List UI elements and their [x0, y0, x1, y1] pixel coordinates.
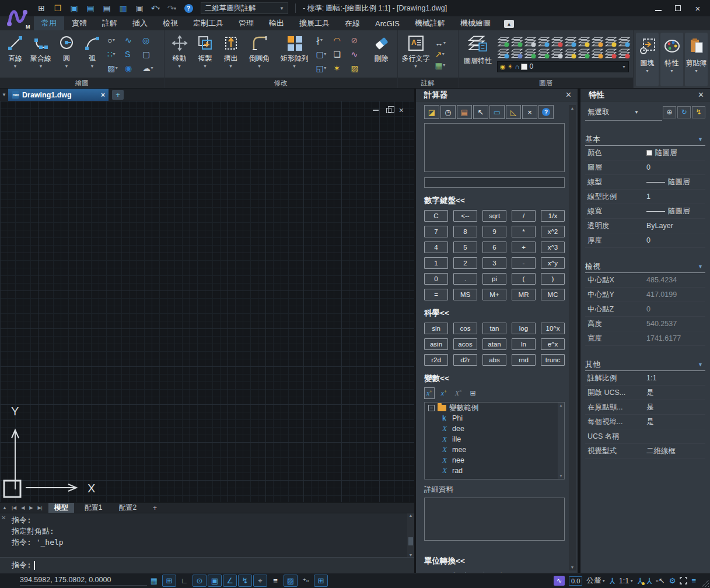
- ribbon-tab-10[interactable]: ArcGIS: [368, 16, 407, 30]
- first-layout-button[interactable]: |◀: [9, 505, 19, 510]
- dynamic-ucs-toggle[interactable]: ↯: [238, 575, 252, 587]
- calc-key-sqrt[interactable]: sqrt: [482, 210, 506, 222]
- blend-button[interactable]: ∿: [351, 47, 369, 61]
- close-button[interactable]: ×: [694, 4, 702, 12]
- command-input[interactable]: 指令:: [0, 557, 414, 573]
- model-space-icon[interactable]: ∿: [554, 576, 565, 586]
- ribbon-tab-9[interactable]: 在線: [337, 16, 368, 30]
- ribbon-tab-8[interactable]: 擴展工具: [292, 16, 337, 30]
- panel-label[interactable]: 繪圖: [0, 78, 164, 88]
- layer-tool-1-6[interactable]: [578, 36, 590, 48]
- layer-tool-2-6[interactable]: [578, 48, 590, 60]
- erase-button[interactable]: 刪除: [369, 32, 394, 76]
- layer-dropdown[interactable]: ◉ ☀ ∩ 0 ▼: [497, 61, 629, 72]
- draworder-button[interactable]: ◱▼: [316, 61, 334, 75]
- circle-button[interactable]: 圓 ▼: [54, 32, 79, 76]
- explode-button[interactable]: ✶: [334, 61, 351, 75]
- variable-item-vee[interactable]: Xvee: [425, 476, 564, 480]
- new-document-tab-button[interactable]: +: [112, 90, 124, 100]
- paste-to-commandline-button[interactable]: ▤: [457, 105, 472, 119]
- property-row[interactable]: 高度540.2537: [585, 317, 705, 331]
- tree-scrollbar[interactable]: ▲▼: [558, 402, 564, 479]
- spline-s-button[interactable]: S: [125, 47, 142, 61]
- delete-duplicate-button[interactable]: ⊘: [351, 33, 369, 47]
- point-button[interactable]: ∷▼: [107, 47, 125, 61]
- sci-key-r2d[interactable]: r2d: [424, 354, 448, 366]
- calculator-input-button[interactable]: ⊞: [468, 388, 478, 398]
- property-row[interactable]: 註解比例1:1: [585, 371, 705, 386]
- snap-mode-toggle[interactable]: ⊞: [162, 575, 176, 587]
- layout-tab-0[interactable]: 模型: [48, 503, 74, 513]
- chevron-down-icon[interactable]: ▼: [634, 110, 639, 115]
- donut-button[interactable]: ◉: [125, 61, 142, 75]
- expand-tabs-button[interactable]: ▲: [0, 505, 9, 510]
- property-row[interactable]: 開啟 UCS...是: [585, 386, 705, 400]
- layer-tool-1-0[interactable]: [497, 36, 510, 48]
- dimension-button[interactable]: ↔▼: [435, 39, 447, 47]
- layout-tab-3[interactable]: +: [147, 503, 163, 513]
- calc-key-_[interactable]: +: [512, 242, 536, 253]
- panel-label[interactable]: 修改: [165, 78, 397, 88]
- property-row[interactable]: 視覺型式二維線框: [585, 444, 705, 459]
- panel-label[interactable]: 圖層: [459, 78, 633, 88]
- minimize-button[interactable]: [654, 4, 662, 12]
- calc-key-x_2[interactable]: x^2: [541, 226, 565, 237]
- property-row[interactable]: 厚度0: [585, 233, 705, 248]
- calc-key-MR[interactable]: MR: [512, 289, 536, 300]
- quick-properties-toggle[interactable]: ⊞: [314, 575, 328, 587]
- history-button[interactable]: ◷: [440, 105, 456, 119]
- layer-tool-1-8[interactable]: [604, 36, 617, 48]
- polar-tracking-toggle[interactable]: ⊙: [193, 575, 207, 587]
- annotation-scale-dropdown[interactable]: 1:1▼: [619, 577, 634, 585]
- maximize-button[interactable]: [674, 4, 682, 12]
- sci-key-tan[interactable]: tan: [482, 323, 506, 334]
- offset-button[interactable]: ◠: [334, 33, 351, 47]
- ribbon-tab-2[interactable]: 註解: [95, 16, 125, 30]
- calc-key-_[interactable]: *: [512, 226, 536, 237]
- print-button[interactable]: ▥: [117, 2, 130, 14]
- undo-button[interactable]: ↶▼: [149, 2, 162, 14]
- property-row[interactable]: 每個視埠...是: [585, 415, 705, 429]
- calc-key-x_3[interactable]: x^3: [541, 242, 565, 253]
- document-list-caret[interactable]: ▼: [0, 92, 8, 97]
- help-button[interactable]: ?: [182, 2, 195, 14]
- calc-key-9[interactable]: 9: [482, 226, 506, 237]
- drawing-canvas[interactable]: × Y X: [0, 101, 414, 502]
- quick-select-button[interactable]: ⊕: [663, 106, 676, 118]
- dynamic-input-toggle[interactable]: ⌖: [253, 575, 267, 587]
- calc-key-___[interactable]: <--: [453, 210, 477, 222]
- scientific-section-label[interactable]: 科學<<: [424, 308, 565, 318]
- collapse-arrow-icon[interactable]: ▼: [698, 362, 705, 368]
- layer-tool-1-3[interactable]: [537, 36, 550, 48]
- ribbon-collapse-button[interactable]: ▲: [504, 20, 514, 28]
- close-icon[interactable]: ✕: [698, 90, 704, 99]
- sci-key-rnd[interactable]: rnd: [512, 354, 536, 366]
- calculator-history-box[interactable]: [424, 123, 565, 172]
- ribbon-tab-5[interactable]: 定制工具: [186, 16, 231, 30]
- ribbon-tab-0[interactable]: 常用: [34, 16, 64, 30]
- layer-tool-1-5[interactable]: [564, 36, 577, 48]
- variable-item-Phi[interactable]: kPhi: [425, 413, 564, 424]
- calculator-scrollbar[interactable]: ▲▼: [569, 105, 576, 570]
- selection-dropdown[interactable]: 無選取: [585, 107, 635, 117]
- grid-display-toggle[interactable]: ▦: [147, 575, 161, 587]
- clear-button[interactable]: ◪: [424, 105, 439, 119]
- fillet-button[interactable]: 倒圓角 ▼: [244, 32, 275, 76]
- calc-key-4[interactable]: 4: [424, 242, 448, 253]
- help-button[interactable]: ?: [538, 105, 554, 119]
- calc-key-2[interactable]: 2: [453, 257, 477, 269]
- calc-key-MS[interactable]: MS: [453, 289, 477, 300]
- close-icon[interactable]: ×: [101, 91, 105, 99]
- annotation-monitor-icon[interactable]: ⅄: [647, 576, 652, 586]
- fullscreen-icon[interactable]: [680, 577, 687, 584]
- property-row[interactable]: 中心點Y417.0199: [585, 288, 705, 302]
- calc-key-1_x[interactable]: 1/x: [541, 210, 565, 222]
- move-button[interactable]: 移動 ▼: [167, 32, 193, 76]
- toggle-pickadd-button[interactable]: ↯: [692, 106, 705, 118]
- layout-tab-2[interactable]: 配置2: [113, 503, 142, 513]
- new-variable-button[interactable]: x+: [424, 387, 435, 399]
- calc-key-_[interactable]: =: [424, 289, 448, 300]
- variable-item-mee[interactable]: Xmee: [425, 444, 564, 455]
- viewport-button[interactable]: ◎: [142, 33, 160, 47]
- property-row[interactable]: 寬度1741.6177: [585, 331, 705, 346]
